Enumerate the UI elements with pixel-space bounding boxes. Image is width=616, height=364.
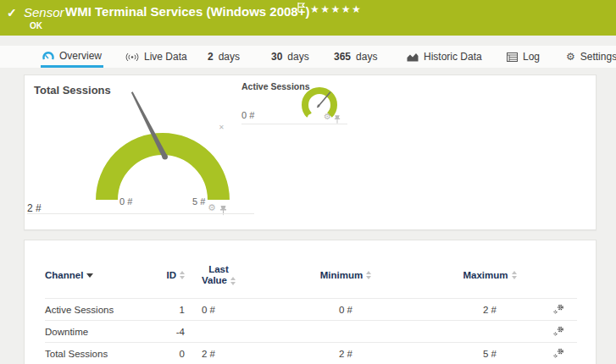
channel-settings-icon[interactable]: [552, 325, 565, 339]
gear-icon: ⚙: [566, 51, 575, 63]
active-gauge-divider: [241, 124, 347, 124]
tab-overview[interactable]: Overview: [41, 46, 103, 68]
channel-minimum: 0 #: [253, 305, 439, 315]
active-gauge-settings-icon[interactable]: ⚙: [324, 112, 331, 121]
tab-30-days[interactable]: 30 days: [269, 46, 311, 68]
tab-label: Log: [523, 51, 540, 63]
column-header-minimum[interactable]: Minimum: [253, 270, 439, 280]
area-chart-icon: [407, 52, 419, 62]
channel-last-value: 0 #: [185, 305, 253, 315]
tab-label: Live Data: [144, 51, 187, 63]
tab-number: 30: [271, 51, 282, 63]
table-row-downtime: Downtime -4: [45, 320, 577, 342]
priority-flag-icon[interactable]: [297, 3, 305, 14]
object-kind-label: Sensor: [24, 5, 64, 19]
status-ok-check-icon: ✓: [7, 6, 17, 19]
tab-label: Overview: [59, 50, 102, 62]
channels-panel: Channel ID Last Value Minimum Maximum Ac…: [24, 240, 597, 364]
column-header-maximum[interactable]: Maximum: [439, 270, 541, 280]
tab-historic-data[interactable]: Historic Data: [405, 46, 484, 68]
tab-bar: Overview Live Data 2 days 30 days 365 da…: [0, 46, 616, 68]
tab-log[interactable]: Log: [505, 46, 541, 68]
channel-last-value: 2 #: [185, 349, 253, 359]
total-gauge-pin-icon[interactable]: [219, 204, 227, 219]
total-sessions-scale-max: 5 #: [192, 196, 205, 207]
sensor-title: WMI Terminal Services (Windows 2008+): [65, 4, 309, 19]
log-icon: [507, 52, 518, 62]
channel-minimum: 2 #: [253, 349, 439, 359]
tab-number: 2: [208, 51, 214, 63]
sort-icon: [230, 277, 236, 285]
channel-name[interactable]: Total Sessions: [45, 349, 151, 359]
column-header-channel[interactable]: Channel: [45, 270, 151, 280]
total-sessions-gauge: [61, 80, 264, 224]
tab-settings[interactable]: ⚙ Settings: [564, 46, 616, 68]
tab-365-days[interactable]: 365 days: [332, 46, 379, 68]
table-row-active-sessions: Active Sessions 1 0 # 0 # 2 #: [45, 298, 577, 320]
sensor-header: ✓ Sensor WMI Terminal Services (Windows …: [0, 0, 616, 36]
total-gauge-settings-icon[interactable]: ⚙: [208, 202, 216, 213]
tab-label: Settings: [580, 51, 616, 63]
tab-label: Historic Data: [424, 51, 482, 63]
tab-label: days: [287, 51, 308, 63]
channel-maximum: 5 #: [439, 349, 541, 359]
channel-id: -4: [151, 327, 185, 337]
live-data-icon: [125, 52, 139, 62]
sort-desc-icon: [86, 273, 93, 278]
column-header-last-value[interactable]: Last Value: [185, 264, 253, 286]
total-gauge-divider: [27, 213, 254, 214]
table-header-row: Channel ID Last Value Minimum Maximum: [45, 257, 577, 298]
total-sessions-current-value: 2 #: [27, 202, 42, 214]
active-sessions-current-value: 0 #: [241, 110, 254, 120]
channel-id: 1: [151, 305, 185, 315]
tab-2-days[interactable]: 2 days: [206, 46, 241, 68]
total-sessions-scale-min: 0 #: [119, 196, 132, 207]
channels-table: Channel ID Last Value Minimum Maximum Ac…: [45, 257, 577, 364]
table-row-total-sessions: Total Sessions 0 2 # 2 # 5 #: [45, 342, 577, 364]
tab-number: 365: [334, 51, 351, 63]
gauge-marker-close-icon[interactable]: ✕: [219, 124, 225, 131]
channel-name[interactable]: Downtime: [45, 327, 151, 337]
sort-icon: [366, 271, 371, 279]
channel-id: 0: [151, 349, 185, 359]
column-header-id[interactable]: ID: [151, 270, 185, 280]
active-gauge-pin-icon[interactable]: [334, 113, 341, 128]
gauge-icon: [42, 51, 54, 60]
tab-live-data[interactable]: Live Data: [124, 46, 189, 68]
channel-maximum: 2 #: [439, 305, 541, 315]
channel-name[interactable]: Active Sessions: [45, 305, 151, 315]
sort-icon: [512, 271, 517, 279]
channel-settings-icon[interactable]: [552, 347, 565, 361]
tab-label: days: [219, 51, 240, 63]
channel-settings-icon[interactable]: [552, 303, 565, 317]
tab-label: days: [356, 51, 377, 63]
sensor-status-text: OK: [30, 21, 42, 30]
priority-stars[interactable]: ★★★★★: [310, 3, 362, 15]
